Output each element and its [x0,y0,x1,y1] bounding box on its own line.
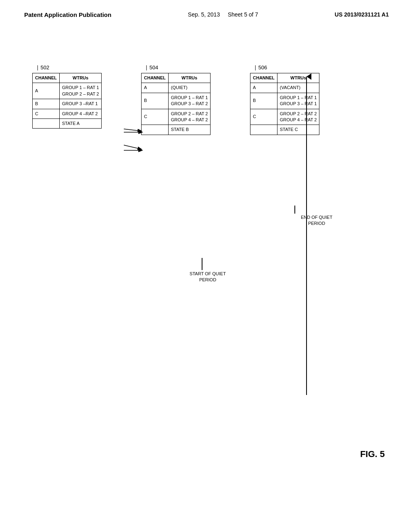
timeline-arrow-svg [298,73,315,435]
header-right: US 2013/0231121 A1 [335,11,389,18]
header-sheet: Sheet 5 of 7 [228,11,259,18]
start-period-text: START OF QUIET PERIOD [181,271,234,283]
diagram-area: ∣ 502 CHANNEL WTRUs A GROUP 1 – RAT 1GRO… [24,52,389,500]
header-date: Sep. 5, 2013 [188,11,220,18]
end-quiet-period-label: END OF QUIET PERIOD [290,206,343,227]
fig-label: FIG. 5 [360,449,385,459]
header-left: Patent Application Publication [24,11,111,18]
svg-line-5 [124,145,141,149]
svg-line-4 [124,129,141,131]
end-period-text: END OF QUIET PERIOD [290,214,343,227]
start-quiet-period-label: START OF QUIET PERIOD [181,258,234,283]
header-center: Sep. 5, 2013 Sheet 5 of 7 [188,11,258,18]
